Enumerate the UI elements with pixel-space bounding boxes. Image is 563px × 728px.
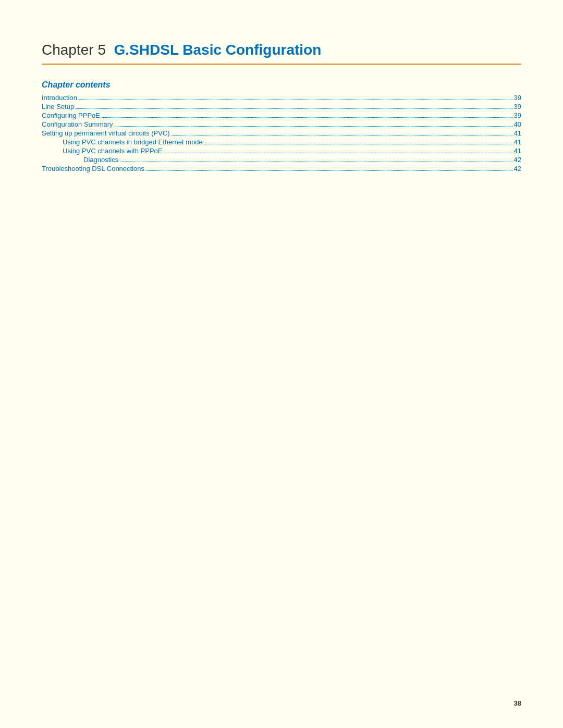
toc-item-configuration-summary[interactable]: Configuration Summary 40 [42, 120, 521, 128]
toc-link-troubleshooting[interactable]: Troubleshooting DSL Connections [42, 165, 144, 172]
toc-link-pvc[interactable]: Setting up permanent virtual circuits (P… [42, 129, 170, 137]
toc-dots-introduction [79, 100, 512, 100]
toc-dots-troubleshooting [146, 170, 512, 171]
toc-item-line-setup[interactable]: Line Setup 39 [42, 103, 521, 110]
toc-dots-pvc-pppoe [164, 153, 512, 153]
toc-page-troubleshooting: 42 [514, 165, 521, 172]
toc-item-introduction[interactable]: Introduction 39 [42, 94, 521, 102]
toc-page-pvc: 41 [514, 129, 521, 137]
toc-page-line-setup: 39 [514, 103, 521, 110]
toc-link-introduction[interactable]: Introduction [42, 94, 77, 102]
toc-link-bridged-ethernet[interactable]: Using PVC channels in bridged Ethernet m… [63, 138, 203, 146]
toc-dots-line-setup [76, 108, 512, 109]
toc-link-pvc-pppoe[interactable]: Using PVC channels with PPPoE [63, 147, 162, 155]
toc-item-troubleshooting[interactable]: Troubleshooting DSL Connections 42 [42, 165, 521, 172]
chapter-title-bold: G.SHDSL Basic Configuration [114, 42, 322, 58]
toc-dots-bridged-ethernet [204, 144, 512, 144]
toc-item-diagnostics[interactable]: Diagnostics 42 [42, 156, 521, 164]
page-container: Chapter 5 G.SHDSL Basic Configuration Ch… [0, 0, 563, 205]
toc-dots-configuration-summary [115, 126, 512, 127]
toc-page-diagnostics: 42 [514, 156, 521, 164]
toc-item-bridged-ethernet[interactable]: Using PVC channels in bridged Ethernet m… [42, 138, 521, 146]
toc-dots-pvc [172, 135, 512, 135]
chapter-header: Chapter 5 G.SHDSL Basic Configuration [42, 42, 521, 65]
toc-dots-configuring-pppoe [102, 117, 512, 118]
toc-list: Introduction 39 Line Setup 39 Configurin… [42, 94, 521, 172]
contents-section: Chapter contents Introduction 39 Line Se… [42, 80, 521, 172]
toc-link-configuring-pppoe[interactable]: Configuring PPPoE [42, 112, 100, 119]
toc-page-introduction: 39 [514, 94, 521, 102]
toc-link-line-setup[interactable]: Line Setup [42, 103, 74, 110]
toc-dots-diagnostics [120, 162, 512, 162]
toc-item-configuring-pppoe[interactable]: Configuring PPPoE 39 [42, 112, 521, 119]
toc-page-pvc-pppoe: 41 [514, 147, 521, 155]
toc-page-configuration-summary: 40 [514, 120, 521, 128]
toc-link-diagnostics[interactable]: Diagnostics [83, 156, 118, 164]
chapter-contents-heading: Chapter contents [42, 80, 521, 90]
toc-page-bridged-ethernet: 41 [514, 138, 521, 146]
page-number: 38 [514, 699, 521, 707]
chapter-prefix: Chapter 5 [42, 42, 106, 58]
toc-item-pvc[interactable]: Setting up permanent virtual circuits (P… [42, 129, 521, 137]
chapter-title: Chapter 5 G.SHDSL Basic Configuration [42, 42, 521, 58]
toc-item-pvc-pppoe[interactable]: Using PVC channels with PPPoE 41 [42, 147, 521, 155]
toc-page-configuring-pppoe: 39 [514, 112, 521, 119]
toc-link-configuration-summary[interactable]: Configuration Summary [42, 120, 113, 128]
